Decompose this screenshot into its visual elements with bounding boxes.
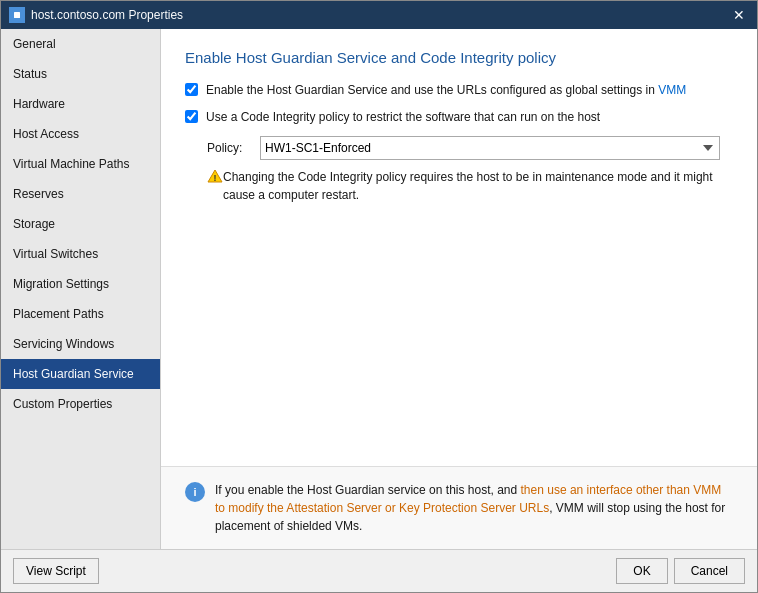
enable-hgs-checkbox[interactable] xyxy=(185,83,198,96)
cancel-button[interactable]: Cancel xyxy=(674,558,745,584)
sidebar-item-placement-paths[interactable]: Placement Paths xyxy=(1,299,160,329)
close-button[interactable]: ✕ xyxy=(729,5,749,25)
properties-dialog: host.contoso.com Properties ✕ General St… xyxy=(0,0,758,593)
sidebar-item-migration-settings[interactable]: Migration Settings xyxy=(1,269,160,299)
sidebar-item-reserves[interactable]: Reserves xyxy=(1,179,160,209)
content-area: Enable Host Guardian Service and Code In… xyxy=(161,29,757,549)
title-bar: host.contoso.com Properties ✕ xyxy=(1,1,757,29)
sidebar-item-host-access[interactable]: Host Access xyxy=(1,119,160,149)
sidebar-item-host-guardian-service[interactable]: Host Guardian Service xyxy=(1,359,160,389)
window-icon xyxy=(9,7,25,23)
checkbox1-row: Enable the Host Guardian Service and use… xyxy=(185,82,733,99)
policy-label: Policy: xyxy=(207,141,252,155)
sidebar-item-custom-properties[interactable]: Custom Properties xyxy=(1,389,160,419)
sidebar-item-status[interactable]: Status xyxy=(1,59,160,89)
checkbox1-label: Enable the Host Guardian Service and use… xyxy=(206,82,686,99)
window-title: host.contoso.com Properties xyxy=(31,8,729,22)
info-box: i If you enable the Host Guardian servic… xyxy=(161,466,757,549)
view-script-button[interactable]: View Script xyxy=(13,558,99,584)
dialog-footer: View Script OK Cancel xyxy=(1,549,757,592)
sidebar-item-general[interactable]: General xyxy=(1,29,160,59)
sidebar: General Status Hardware Host Access Virt… xyxy=(1,29,161,549)
ok-button[interactable]: OK xyxy=(616,558,667,584)
page-title: Enable Host Guardian Service and Code In… xyxy=(185,49,733,66)
warning-box: ! Changing the Code Integrity policy req… xyxy=(207,168,733,204)
dialog-body: General Status Hardware Host Access Virt… xyxy=(1,29,757,549)
checkbox2-row: Use a Code Integrity policy to restrict … xyxy=(185,109,733,126)
info-highlight: then use an interface other than VMM to … xyxy=(215,483,721,515)
warning-text: Changing the Code Integrity policy requi… xyxy=(223,168,733,204)
svg-rect-1 xyxy=(14,12,20,18)
info-text: If you enable the Host Guardian service … xyxy=(215,481,733,535)
policy-row: Policy: HW1-SC1-Enforced xyxy=(207,136,733,160)
sidebar-item-storage[interactable]: Storage xyxy=(1,209,160,239)
sidebar-item-servicing-windows[interactable]: Servicing Windows xyxy=(1,329,160,359)
svg-text:!: ! xyxy=(214,172,217,182)
enable-code-integrity-checkbox[interactable] xyxy=(185,110,198,123)
sidebar-item-virtual-switches[interactable]: Virtual Switches xyxy=(1,239,160,269)
sidebar-item-virtual-machine-paths[interactable]: Virtual Machine Paths xyxy=(1,149,160,179)
warning-icon: ! xyxy=(207,168,223,184)
checkbox2-label: Use a Code Integrity policy to restrict … xyxy=(206,109,600,126)
info-icon: i xyxy=(185,482,205,502)
content-main: Enable Host Guardian Service and Code In… xyxy=(161,29,757,466)
sidebar-item-hardware[interactable]: Hardware xyxy=(1,89,160,119)
policy-dropdown[interactable]: HW1-SC1-Enforced xyxy=(260,136,720,160)
